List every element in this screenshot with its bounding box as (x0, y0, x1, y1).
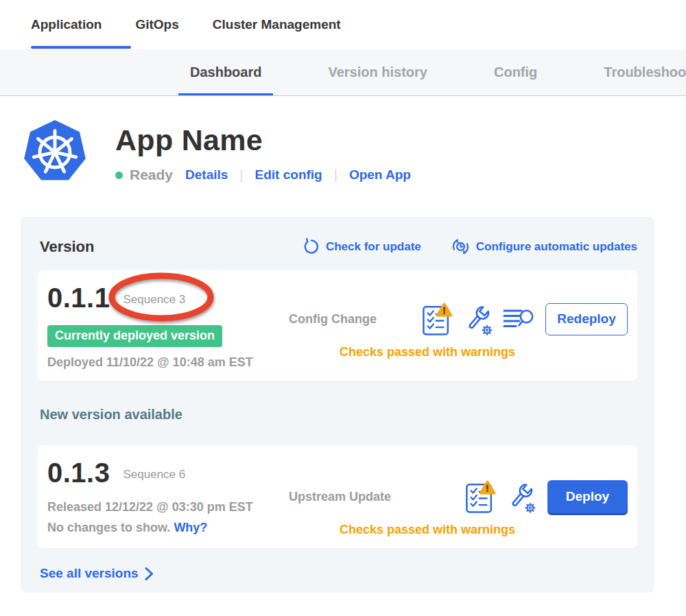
app-header: App Name Ready Details | Edit config | O… (23, 118, 686, 185)
status-label: Ready (130, 167, 173, 183)
redeploy-button[interactable]: Redeploy (545, 303, 628, 335)
auto-update-clock-icon (451, 237, 470, 256)
new-version-heading: New version available (40, 407, 637, 423)
page-title: App Name (115, 123, 411, 157)
edit-config-link[interactable]: Edit config (255, 167, 322, 182)
tab-config[interactable]: Config (494, 49, 537, 96)
released-timestamp: Released 12/12/22 @ 03:30 pm EST (47, 500, 289, 514)
version-card: Version Check for update (21, 217, 654, 593)
configure-automatic-updates-button[interactable]: Configure automatic updates (451, 237, 637, 256)
details-link[interactable]: Details (185, 167, 228, 182)
new-version-number: 0.1.3 (47, 458, 110, 488)
diff-view-magnifier-icon[interactable] (503, 306, 534, 332)
current-checks-status: Checks passed with warnings (289, 345, 566, 359)
tab-cluster-management[interactable]: Cluster Management (213, 0, 341, 49)
refresh-icon (303, 238, 320, 255)
primary-nav: Application GitOps Cluster Management (0, 0, 686, 49)
open-app-link[interactable]: Open App (349, 167, 411, 182)
link-divider: | (334, 167, 338, 183)
tab-application[interactable]: Application (31, 0, 102, 49)
tab-version-history[interactable]: Version history (328, 49, 427, 96)
kubernetes-logo-icon (23, 118, 87, 185)
config-wrench-gear-icon[interactable] (506, 479, 536, 514)
version-card-title: Version (40, 238, 94, 256)
preflight-checks-warning-icon[interactable] (465, 479, 496, 514)
current-version-number: 0.1.1 (47, 283, 110, 313)
no-changes-label: No changes to show. (47, 521, 170, 534)
see-all-versions-link[interactable]: See all versions (40, 566, 154, 581)
current-version-row: 0.1.1 Sequence 3 Currently deployed vers… (38, 270, 637, 381)
current-source-label: Config Change (289, 312, 377, 327)
why-link[interactable]: Why? (174, 521, 207, 534)
tab-troubleshoot[interactable]: Troubleshoot (604, 49, 686, 96)
deployed-timestamp: Deployed 11/10/22 @ 10:48 am EST (47, 355, 289, 370)
config-wrench-gear-icon[interactable] (462, 302, 493, 336)
status-dot (115, 171, 123, 179)
deployed-badge: Currently deployed version (47, 325, 222, 347)
new-checks-status: Checks passed with warnings (289, 523, 566, 537)
chevron-right-icon (145, 567, 154, 581)
new-version-row: 0.1.3 Sequence 6 Released 12/12/22 @ 03:… (38, 445, 637, 548)
new-sequence-label: Sequence 6 (123, 464, 185, 482)
link-divider: | (239, 167, 243, 183)
new-source-label: Upstream Update (289, 490, 391, 504)
deploy-button[interactable]: Deploy (547, 480, 628, 513)
check-for-update-button[interactable]: Check for update (303, 237, 421, 256)
current-sequence-label: Sequence 3 (123, 289, 185, 307)
preflight-checks-warning-icon[interactable] (422, 302, 453, 336)
tab-dashboard[interactable]: Dashboard (190, 49, 261, 96)
tab-gitops[interactable]: GitOps (135, 0, 178, 49)
app-secondary-nav: Dashboard Version history Config Trouble… (0, 49, 686, 96)
